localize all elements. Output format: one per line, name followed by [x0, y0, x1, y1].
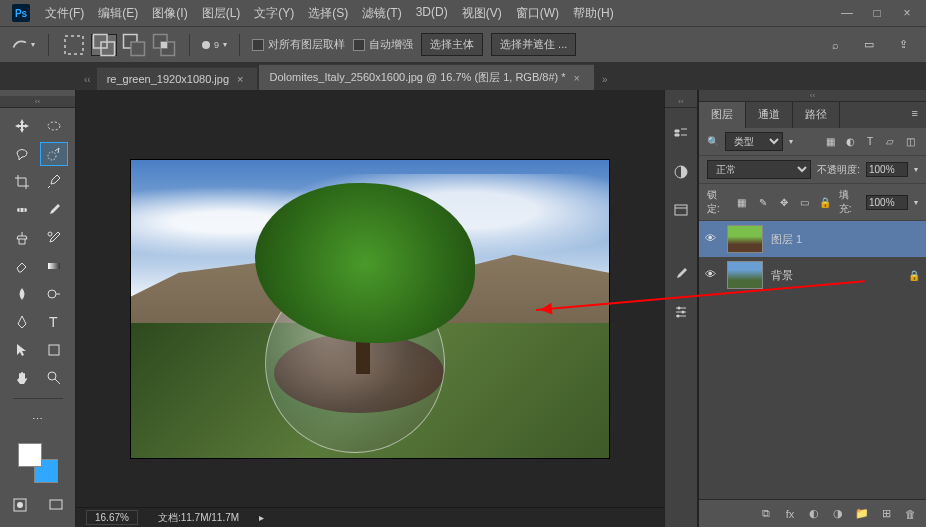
eraser-tool[interactable]: [8, 254, 36, 278]
lock-position-icon[interactable]: ✥: [776, 194, 791, 210]
hand-tool[interactable]: [8, 366, 36, 390]
color-swatches[interactable]: [18, 443, 58, 483]
crop-tool[interactable]: [8, 170, 36, 194]
document-tab-active[interactable]: Dolomites_Italy_2560x1600.jpg @ 16.7% (图…: [259, 64, 594, 90]
marquee-tool[interactable]: [40, 114, 68, 138]
layer-name[interactable]: 图层 1: [771, 232, 802, 247]
filter-smart-icon[interactable]: ◫: [902, 134, 918, 150]
link-layers-icon[interactable]: ⧉: [758, 506, 774, 522]
layer-thumbnail[interactable]: [727, 261, 763, 289]
pen-tool[interactable]: [8, 310, 36, 334]
layer-mask-icon[interactable]: ◐: [806, 506, 822, 522]
menu-select[interactable]: 选择(S): [301, 0, 355, 27]
lock-pixels-icon[interactable]: ▦: [734, 194, 749, 210]
layer-group-icon[interactable]: 📁: [854, 506, 870, 522]
new-selection-icon[interactable]: [61, 34, 87, 56]
lock-paint-icon[interactable]: ✎: [755, 194, 770, 210]
panel-collapse[interactable]: ‹‹: [699, 90, 926, 102]
document-tab[interactable]: re_green_1920x1080.jpg ×: [97, 67, 258, 90]
visibility-toggle-icon[interactable]: 👁: [705, 268, 719, 282]
move-tool[interactable]: [8, 114, 36, 138]
tools-collapse[interactable]: ‹‹: [0, 96, 75, 108]
filter-adjust-icon[interactable]: ◐: [842, 134, 858, 150]
visibility-toggle-icon[interactable]: 👁: [705, 232, 719, 246]
path-selection-tool[interactable]: [8, 338, 36, 362]
screen-mode-icon[interactable]: [42, 493, 70, 517]
menu-view[interactable]: 视图(V): [455, 0, 509, 27]
add-selection-icon[interactable]: [91, 34, 117, 56]
zoom-level[interactable]: 16.67%: [86, 510, 138, 525]
select-subject-button[interactable]: 选择主体: [421, 33, 483, 56]
share-icon[interactable]: ⇪: [890, 34, 916, 56]
brush-tool[interactable]: [40, 198, 68, 222]
opacity-input[interactable]: [866, 162, 908, 177]
menu-filter[interactable]: 滤镜(T): [355, 0, 408, 27]
dock-icon-libraries[interactable]: [669, 198, 693, 222]
menu-file[interactable]: 文件(F): [38, 0, 91, 27]
dodge-tool[interactable]: [40, 282, 68, 306]
blur-tool[interactable]: [8, 282, 36, 306]
menu-help[interactable]: 帮助(H): [566, 0, 621, 27]
tab-layers[interactable]: 图层: [699, 102, 746, 128]
dock-collapse[interactable]: ‹‹: [665, 96, 697, 108]
shape-tool[interactable]: [40, 338, 68, 362]
lock-all-icon[interactable]: 🔒: [818, 194, 833, 210]
filter-shape-icon[interactable]: ▱: [882, 134, 898, 150]
tab-collapse-left[interactable]: ‹‹: [84, 74, 91, 85]
maximize-button[interactable]: □: [862, 3, 892, 23]
menu-layer[interactable]: 图层(L): [195, 0, 248, 27]
clone-stamp-tool[interactable]: [8, 226, 36, 250]
menu-image[interactable]: 图像(I): [145, 0, 194, 27]
select-and-mask-button[interactable]: 选择并遮住 ...: [491, 33, 576, 56]
dock-icon-brush[interactable]: [669, 262, 693, 286]
blend-mode-select[interactable]: 正常: [707, 160, 811, 179]
filter-type-icon[interactable]: T: [862, 134, 878, 150]
new-layer-icon[interactable]: ⊞: [878, 506, 894, 522]
canvas-area[interactable]: 16.67% 文档:11.7M/11.7M ▸: [76, 90, 664, 527]
status-chevron-icon[interactable]: ▸: [259, 512, 264, 523]
layer-name[interactable]: 背景: [771, 268, 793, 283]
layer-filter-select[interactable]: 类型: [725, 132, 783, 151]
fill-input[interactable]: [866, 195, 908, 210]
quick-selection-tool[interactable]: [40, 142, 68, 166]
brush-preset[interactable]: 9 ▾: [202, 40, 227, 50]
menu-window[interactable]: 窗口(W): [509, 0, 566, 27]
healing-brush-tool[interactable]: [8, 198, 36, 222]
type-tool[interactable]: T: [40, 310, 68, 334]
lasso-tool[interactable]: [8, 142, 36, 166]
eyedropper-tool[interactable]: [40, 170, 68, 194]
dock-icon-adjustments[interactable]: [669, 160, 693, 184]
sample-all-layers-checkbox[interactable]: [252, 39, 264, 51]
zoom-tool[interactable]: [40, 366, 68, 390]
layer-row[interactable]: 👁 图层 1: [699, 221, 926, 257]
auto-enhance-checkbox[interactable]: [353, 39, 365, 51]
layer-fx-icon[interactable]: fx: [782, 506, 798, 522]
menu-3d[interactable]: 3D(D): [409, 0, 455, 27]
panel-menu-icon[interactable]: ≡: [904, 102, 926, 128]
tool-preset-icon[interactable]: ▾: [10, 34, 36, 56]
layer-thumbnail[interactable]: [727, 225, 763, 253]
adjustment-layer-icon[interactable]: ◑: [830, 506, 846, 522]
subtract-selection-icon[interactable]: [121, 34, 147, 56]
tab-close-icon[interactable]: ×: [237, 73, 243, 85]
tab-close-icon[interactable]: ×: [574, 72, 580, 84]
filter-pixel-icon[interactable]: ▦: [822, 134, 838, 150]
history-brush-tool[interactable]: [40, 226, 68, 250]
gradient-tool[interactable]: [40, 254, 68, 278]
lock-artboard-icon[interactable]: ▭: [797, 194, 812, 210]
quick-mask-icon[interactable]: [6, 493, 34, 517]
menu-type[interactable]: 文字(Y): [247, 0, 301, 27]
tab-paths[interactable]: 路径: [793, 102, 840, 128]
minimize-button[interactable]: —: [832, 3, 862, 23]
edit-toolbar-icon[interactable]: ⋯: [24, 407, 52, 431]
close-button[interactable]: ×: [892, 3, 922, 23]
frame-icon[interactable]: ▭: [856, 34, 882, 56]
delete-layer-icon[interactable]: 🗑: [902, 506, 918, 522]
tab-expand-icon[interactable]: »: [602, 74, 608, 85]
dock-icon-properties[interactable]: [669, 122, 693, 146]
layer-row[interactable]: 👁 背景 🔒: [699, 257, 926, 293]
foreground-color-swatch[interactable]: [18, 443, 42, 467]
search-icon[interactable]: ⌕: [822, 34, 848, 56]
intersect-selection-icon[interactable]: [151, 34, 177, 56]
menu-edit[interactable]: 编辑(E): [91, 0, 145, 27]
